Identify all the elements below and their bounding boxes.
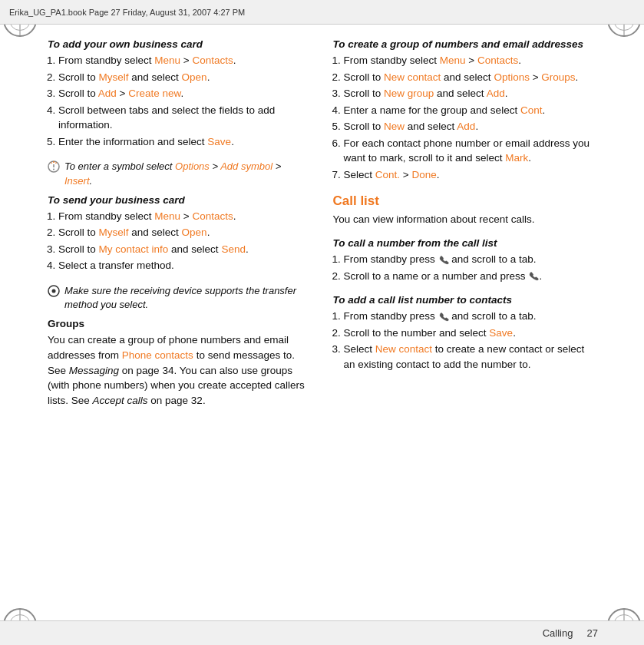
warning-icon <box>48 285 60 297</box>
link-add3: Add <box>457 121 475 132</box>
link-add-symbol: Add symbol <box>220 160 272 172</box>
list-item: Scroll to Add > Create new. <box>58 86 312 101</box>
section-add-business-card: To add your own business card From stand… <box>48 38 312 149</box>
link-menu2: Menu <box>154 210 180 222</box>
section-call-list: Call list You can view information about… <box>333 194 597 227</box>
link-myself: Myself <box>99 71 129 83</box>
list-item: Scroll between tabs and select the field… <box>58 103 312 133</box>
tip-symbol: To enter a symbol select Options > Add s… <box>48 160 312 187</box>
link-phone-contacts: Phone contacts <box>122 349 193 361</box>
list-item: For each contact phone number or email a… <box>344 136 597 166</box>
header-bar: Erika_UG_PA1.book Page 27 Friday, August… <box>0 0 644 25</box>
link-mark: Mark <box>505 152 528 164</box>
add-call-list-steps: From standby press and scroll to a tab. … <box>344 309 597 372</box>
warning-transfer: Make sure the receiving device supports … <box>48 284 312 312</box>
svg-line-5 <box>51 163 52 164</box>
section-groups: Groups You can create a group of phone n… <box>48 318 312 408</box>
link-groups: Groups <box>541 71 575 83</box>
link-create-new: Create new <box>128 88 180 99</box>
groups-body: You can create a group of phone numbers … <box>48 332 312 408</box>
footer-bar: Calling 27 <box>0 620 644 645</box>
link-my-contact-info: My contact info <box>99 243 169 255</box>
tip-text: To enter a symbol select Options > Add s… <box>64 160 312 187</box>
link-done: Done <box>411 169 436 180</box>
section-add-business-card-title: To add your own business card <box>48 38 312 50</box>
link-save2: Save <box>489 327 513 339</box>
svg-line-4 <box>56 163 57 164</box>
list-item: Scroll to Myself and select Open. <box>58 70 312 85</box>
section-groups-title: Groups <box>48 318 312 329</box>
section-send-business-card: To send your business card From standby … <box>48 194 312 273</box>
call-from-list-title: To call a number from the call list <box>333 237 597 249</box>
link-new2: New <box>384 121 405 132</box>
link-myself2: Myself <box>99 227 129 238</box>
footer-label: Calling <box>543 627 573 639</box>
create-group-steps: From standby select Menu > Contacts. Scr… <box>344 53 597 183</box>
link-new-contact2: New contact <box>375 343 432 355</box>
call-list-heading: Call list <box>333 194 597 209</box>
list-item: Scroll to Myself and select Open. <box>58 225 312 240</box>
list-item: Enter a name for the group and select Co… <box>344 103 597 118</box>
list-item: Select Cont. > Done. <box>344 167 597 183</box>
list-item: From standby press and scroll to a tab. <box>344 309 597 324</box>
link-cont2: Cont. <box>375 169 400 180</box>
link-contacts3: Contacts <box>477 55 518 66</box>
list-item: Scroll to a name or a number and press . <box>344 269 597 284</box>
section-create-group-title: To create a group of numbers and email a… <box>333 38 597 50</box>
send-business-card-steps: From standby select Menu > Contacts. Scr… <box>58 209 312 273</box>
call-list-body: You can view information about recent ca… <box>333 212 597 227</box>
list-item: Scroll to New group and select Add. <box>344 86 597 101</box>
link-options2: Options <box>494 71 530 83</box>
left-column: To add your own business card From stand… <box>48 38 312 613</box>
link-open: Open <box>182 71 207 83</box>
link-save: Save <box>207 136 231 147</box>
link-options: Options <box>175 160 210 172</box>
call-icon <box>438 255 449 266</box>
footer-page: 27 <box>587 627 598 639</box>
header-text: Erika_UG_PA1.book Page 27 Friday, August… <box>9 8 245 17</box>
list-item: From standby press and scroll to a tab. <box>344 252 597 267</box>
tip-icon <box>48 160 60 173</box>
list-item: Scroll to New contact and select Options… <box>344 70 597 85</box>
call-icon2 <box>528 271 539 282</box>
list-item: From standby select Menu > Contacts. <box>58 209 312 224</box>
section-send-business-card-title: To send your business card <box>48 194 312 206</box>
list-item: From standby select Menu > Contacts. <box>58 53 312 68</box>
link-insert: Insert <box>64 175 90 187</box>
call-icon3 <box>438 312 449 322</box>
link-open2: Open <box>182 227 207 238</box>
link-new-contact: New contact <box>384 71 441 83</box>
link-contacts2: Contacts <box>192 210 233 222</box>
warning-text: Make sure the receiving device supports … <box>64 284 312 312</box>
list-item: Scroll to the number and select Save. <box>344 326 597 341</box>
section-call-from-list: To call a number from the call list From… <box>333 237 597 283</box>
call-from-list-steps: From standby press and scroll to a tab. … <box>344 252 597 283</box>
link-contacts: Contacts <box>192 55 233 66</box>
right-column: To create a group of numbers and email a… <box>333 38 597 613</box>
section-create-group: To create a group of numbers and email a… <box>333 38 597 183</box>
svg-point-2 <box>53 169 54 170</box>
list-item: Enter the information and select Save. <box>58 134 312 150</box>
link-send: Send <box>221 243 246 255</box>
svg-point-7 <box>52 289 56 293</box>
list-item: Scroll to New and select Add. <box>344 119 597 134</box>
list-item: From standby select Menu > Contacts. <box>344 53 597 68</box>
section-add-call-list: To add a call list number to contacts Fr… <box>333 294 597 372</box>
list-item: Select a transfer method. <box>58 258 312 273</box>
link-menu: Menu <box>154 55 180 66</box>
add-call-list-title: To add a call list number to contacts <box>333 294 597 306</box>
link-add: Add <box>98 88 117 99</box>
list-item: Scroll to My contact info and select Sen… <box>58 242 312 257</box>
main-content: To add your own business card From stand… <box>40 25 604 620</box>
add-business-card-steps: From standby select Menu > Contacts. Scr… <box>58 53 312 149</box>
list-item: Select New contact to create a new conta… <box>344 342 597 372</box>
link-menu3: Menu <box>440 55 466 66</box>
link-cont: Cont <box>520 104 543 116</box>
link-new-group: New group <box>384 88 434 99</box>
link-add2: Add <box>487 88 505 99</box>
